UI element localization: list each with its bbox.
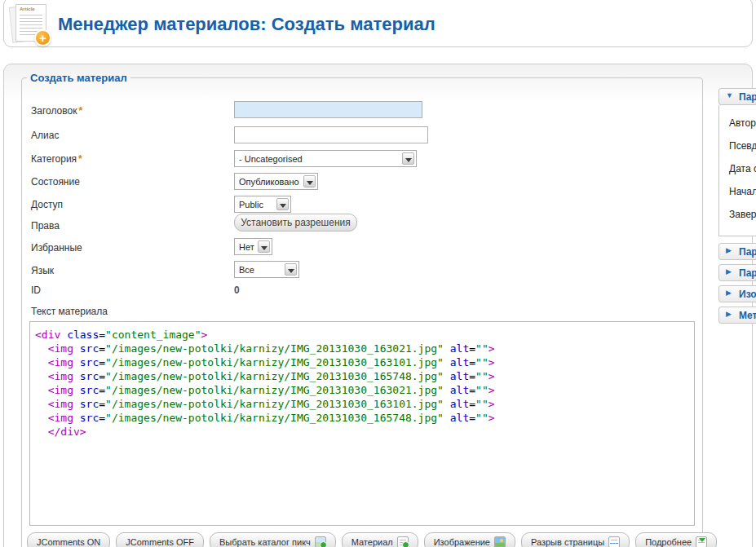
code-token-attr: alt: [450, 370, 469, 382]
page-title: Менеджер материалов: Создать материал: [58, 0, 435, 48]
page-header: Article + Менеджер материалов: Создать м…: [3, 0, 753, 47]
access-select-value: Public: [239, 196, 263, 213]
article-icon: [397, 536, 409, 547]
field-label-category-text: Категория: [31, 153, 77, 165]
code-token-str: "/images/new-potolki/karnizy/IMG_2013103…: [105, 370, 444, 382]
field-label-state-text: Состояние: [31, 176, 80, 187]
dropdown-arrow-icon: [303, 175, 316, 187]
code-token-plain: =: [469, 370, 475, 382]
code-token-plain: [35, 426, 48, 438]
code-token-attr: alt: [450, 384, 469, 396]
required-marker: *: [78, 105, 82, 117]
state-select[interactable]: Опубликовано: [234, 173, 318, 190]
sidebar-panel-article-options[interactable]: ▶Параметры материала: [718, 243, 756, 260]
triangle-right-icon: ▶: [726, 246, 732, 254]
code-token-tag: <img: [48, 398, 80, 410]
featured-select[interactable]: Нет: [234, 238, 272, 255]
code-line: <img src="/images/new-potolki/karnizy/IM…: [35, 383, 689, 397]
code-token-str: "/images/new-potolki/karnizy/IMG_2013103…: [105, 342, 444, 355]
triangle-down-icon: ▼: [726, 91, 733, 99]
code-token-str: "": [475, 356, 489, 368]
editor-button-article[interactable]: Материал: [342, 532, 418, 547]
code-token-attr: alt: [450, 356, 469, 368]
code-token-attr: src: [80, 342, 99, 355]
sidebar-panel-publishing-options[interactable]: ▼Параметры публикации: [718, 88, 756, 105]
editor-button-jcomments-off[interactable]: JComments OFF: [116, 532, 204, 547]
code-token-str: "": [475, 384, 489, 396]
article-icon-caption: Article: [20, 7, 35, 11]
sidebar-panel-title: Параметры отображения: [739, 265, 756, 281]
sidebar-field-label: Псевдоним автора: [729, 135, 756, 157]
sidebar-panel-metadata[interactable]: ▶Метаданные: [718, 307, 756, 324]
sidebar-panel-title: Изображения и ссылки: [739, 286, 756, 302]
field-label-id: ID: [31, 285, 41, 296]
code-line: <img src="/images/new-potolki/karnizy/IM…: [35, 355, 689, 369]
code-token-tag: >: [489, 412, 495, 424]
triangle-right-icon: ▶: [726, 267, 732, 276]
editor-button-pick-image-folder[interactable]: Выбрать каталог пикч: [210, 532, 336, 547]
field-label-access-text: Доступ: [31, 199, 63, 210]
featured-select-value: Нет: [239, 239, 254, 255]
sidebar-panel-images-links[interactable]: ▶Изображения и ссылки: [718, 285, 756, 302]
editor-button-readmore[interactable]: Подробнее: [635, 532, 717, 547]
editor-button-label: JComments OFF: [126, 537, 194, 547]
code-token-tag: >: [489, 342, 495, 355]
code-token-attr: alt: [450, 412, 469, 424]
code-token-tag: >: [489, 398, 495, 410]
code-token-str: "": [475, 370, 489, 382]
field-label-language: Язык: [31, 265, 54, 276]
sidebar-field-label: Автор: [729, 112, 756, 135]
triangle-right-icon: ▶: [726, 310, 732, 318]
code-token-attr: src: [80, 356, 99, 368]
code-token-plain: [35, 412, 48, 424]
code-token-plain: [444, 356, 450, 368]
set-permissions-button[interactable]: Установить разрешения: [234, 214, 357, 232]
sidebar-panel-title: Параметры материала: [739, 244, 756, 260]
article-id-value: 0: [234, 285, 240, 296]
field-label-language-text: Язык: [31, 265, 54, 276]
code-token-plain: =: [99, 342, 105, 355]
language-select[interactable]: Все: [234, 261, 299, 278]
code-token-plain: [444, 412, 450, 424]
field-label-alias: Алиас: [31, 130, 59, 141]
code-token-tag: <img: [48, 384, 80, 396]
editor-button-jcomments-on[interactable]: JComments ON: [27, 532, 110, 547]
field-label-articletext: Текст материала: [31, 306, 108, 317]
code-token-attr: class: [67, 329, 99, 341]
code-token-plain: =: [99, 329, 105, 341]
code-token-str: "": [475, 342, 489, 355]
category-select[interactable]: - Uncategorised: [234, 150, 417, 167]
sidebar-panel-display-options[interactable]: ▶Параметры отображения: [718, 264, 756, 281]
code-token-plain: [35, 384, 48, 396]
code-token-plain: =: [469, 398, 475, 410]
sidebar-panel-title: Метаданные: [739, 307, 756, 324]
dropdown-arrow-icon: [285, 263, 297, 276]
title-input[interactable]: [234, 101, 422, 118]
code-token-str: "/images/new-potolki/karnizy/IMG_2013103…: [105, 412, 444, 424]
article-text-editor[interactable]: <div class="content_image"> <img src="/i…: [29, 321, 695, 526]
code-token-tag: <img: [48, 342, 80, 355]
field-label-articletext-text: Текст материала: [31, 306, 108, 317]
code-token-attr: alt: [450, 398, 469, 410]
code-line: <img src="/images/new-potolki/karnizy/IM…: [35, 411, 689, 425]
dropdown-arrow-icon: [258, 240, 270, 253]
code-token-plain: [35, 356, 48, 368]
code-token-plain: [444, 398, 450, 410]
code-token-attr: src: [80, 398, 99, 410]
code-token-plain: =: [99, 356, 105, 368]
code-line: <img src="/images/new-potolki/karnizy/IM…: [35, 397, 689, 411]
field-label-id-text: ID: [31, 285, 41, 296]
code-token-str: "": [475, 412, 489, 424]
image-icon: [494, 536, 506, 547]
sidebar-field-label: Завершение публикации: [729, 203, 756, 226]
alias-input[interactable]: [234, 126, 428, 143]
page-break-icon: [608, 536, 620, 547]
code-token-tag: <img: [48, 412, 80, 424]
editor-button-pagebreak[interactable]: Разрыв страницы: [521, 532, 630, 547]
access-select[interactable]: Public: [234, 196, 291, 213]
editor-button-image[interactable]: Изображение: [424, 532, 515, 547]
article-new-icon: Article +: [9, 4, 51, 45]
editor-button-label: Разрыв страницы: [531, 537, 604, 547]
dropdown-arrow-icon: [276, 198, 289, 210]
code-token-tag: >: [489, 384, 495, 396]
